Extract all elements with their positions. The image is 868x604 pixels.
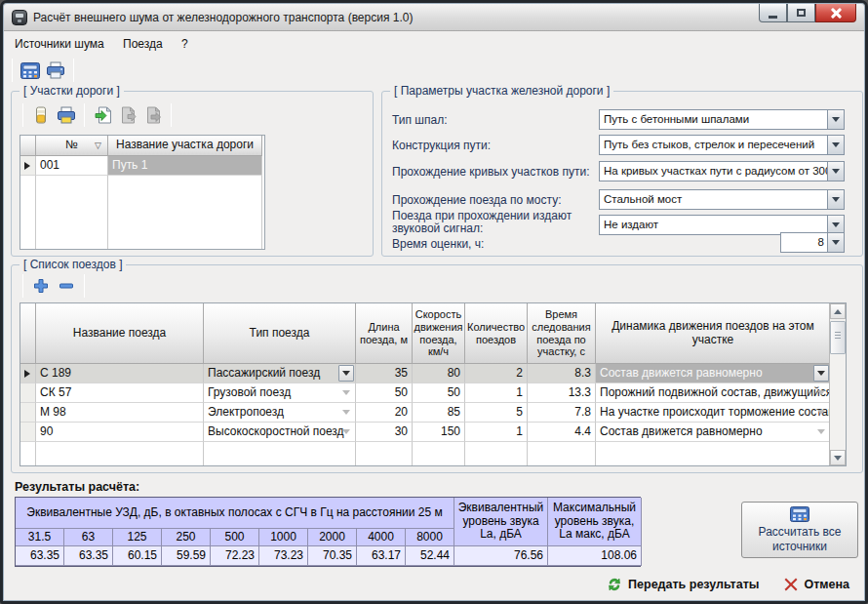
chevron-down-icon[interactable]: [338, 365, 354, 382]
road-row-num[interactable]: 001: [36, 156, 108, 176]
train-name-cell[interactable]: 90: [36, 423, 204, 442]
transfer-results-button[interactable]: Передать результаты: [607, 577, 759, 592]
chevron-down-icon[interactable]: [813, 365, 829, 382]
scrollbar-thumb[interactable]: [830, 321, 846, 354]
road-row[interactable]: 001 Путь 1: [20, 156, 264, 176]
train-type-cell[interactable]: Высокоскоростной поезд: [204, 423, 356, 442]
results-heading: Результаты расчёта:: [15, 480, 139, 494]
menu-trains[interactable]: Поезда: [115, 34, 171, 54]
bridge-select[interactable]: Стальной мост: [599, 189, 845, 210]
chevron-down-icon[interactable]: [813, 384, 829, 401]
trains-header-type[interactable]: Тип поезда: [204, 303, 356, 364]
train-time-cell[interactable]: 8.3: [528, 364, 596, 383]
row-marker: [20, 423, 36, 442]
print-icon[interactable]: [43, 59, 68, 82]
scroll-up-icon[interactable]: [830, 303, 846, 319]
export-section-icon[interactable]: [140, 103, 166, 127]
train-row[interactable]: 90 Высокоскоростной поезд 30 150 1 4.4 С…: [20, 423, 846, 442]
chevron-down-icon[interactable]: [827, 136, 844, 154]
cancel-button[interactable]: Отмена: [784, 578, 849, 591]
close-button[interactable]: [815, 4, 856, 22]
title-bar[interactable]: Расчёт внешнего шума от железнодорожного…: [4, 4, 864, 31]
maximize-button[interactable]: [787, 4, 815, 22]
chevron-down-icon[interactable]: [338, 404, 354, 421]
road-row-name[interactable]: Путь 1: [108, 156, 262, 176]
trains-grid-scrollbar[interactable]: [829, 303, 846, 465]
freq-header: 500: [211, 529, 259, 546]
train-time-cell[interactable]: 4.4: [528, 423, 596, 442]
train-time-cell[interactable]: 7.8: [528, 403, 596, 423]
evaluation-time-select[interactable]: 8: [780, 232, 845, 253]
train-length-cell[interactable]: 50: [356, 383, 413, 403]
train-name-cell[interactable]: СК 57: [36, 383, 204, 403]
train-length-cell[interactable]: 30: [356, 423, 413, 442]
menu-help[interactable]: ?: [174, 34, 196, 54]
chevron-down-icon[interactable]: [813, 423, 829, 440]
trains-header-length[interactable]: Длина поезда, м: [356, 303, 413, 364]
train-dynamics-cell[interactable]: На участке происходит торможение состава: [596, 403, 831, 423]
train-dynamics-cell[interactable]: Состав движется равномерно: [596, 423, 831, 442]
chevron-down-icon[interactable]: [827, 110, 844, 129]
train-row[interactable]: СК 57 Грузовой поезд 50 50 1 13.3 Порожн…: [20, 383, 846, 403]
calculate-icon[interactable]: [18, 59, 43, 82]
scroll-down-icon[interactable]: [830, 450, 846, 465]
bridge-label: Прохождение поезда по мосту:: [392, 194, 562, 207]
sleeper-type-select[interactable]: Путь с бетонными шпалами: [599, 109, 845, 130]
train-type-cell[interactable]: Пассажирский поезд: [204, 364, 356, 383]
train-type-value: Пассажирский поезд: [208, 366, 320, 380]
train-speed-cell[interactable]: 150: [413, 423, 465, 442]
curved-track-value: На кривых участках пути с радиусом от 30…: [604, 165, 845, 177]
uzd-value: 52.44: [406, 546, 454, 566]
trains-header-dynamics[interactable]: Динамика движения поездов на этом участк…: [596, 303, 831, 364]
train-dynamics-cell[interactable]: Состав движется равномерно: [596, 364, 831, 383]
train-count-cell[interactable]: 1: [465, 383, 528, 403]
trains-header-count[interactable]: Количество поездов: [465, 303, 528, 364]
menu-noise-sources[interactable]: Источники шума: [7, 34, 112, 54]
train-count-cell[interactable]: 2: [465, 364, 528, 383]
road-header-name[interactable]: Название участка дороги: [108, 136, 262, 156]
train-speed-cell[interactable]: 50: [413, 383, 465, 403]
uzd-value: 63.35: [16, 546, 64, 566]
chevron-down-icon[interactable]: [827, 233, 844, 252]
train-length-cell[interactable]: 20: [356, 403, 413, 423]
calculate-all-button[interactable]: Рассчитать все источники: [741, 502, 858, 558]
train-row[interactable]: C 189 Пассажирский поезд 35 80 2 8.3 Сос…: [20, 364, 846, 383]
train-speed-cell[interactable]: 80: [413, 364, 465, 383]
chevron-down-icon[interactable]: [338, 423, 354, 440]
archive-icon[interactable]: [28, 103, 54, 127]
chevron-down-icon[interactable]: [827, 190, 844, 209]
train-count-cell[interactable]: 1: [465, 423, 528, 442]
sleeper-type-value: Путь с бетонными шпалами: [604, 113, 749, 125]
train-row[interactable]: М 98 Электропоезд 20 85 5 7.8 На участке…: [20, 403, 846, 423]
copy-section-icon[interactable]: [115, 103, 140, 127]
train-name-cell[interactable]: C 189: [36, 364, 204, 383]
train-type-cell[interactable]: Электропоезд: [204, 403, 356, 423]
track-construction-select[interactable]: Путь без стыков, стрелок и пересечений: [599, 135, 845, 155]
train-speed-cell[interactable]: 85: [413, 403, 465, 423]
chevron-down-icon[interactable]: [827, 162, 844, 181]
chevron-down-icon[interactable]: [338, 384, 354, 401]
train-length-cell[interactable]: 35: [356, 364, 413, 383]
train-type-cell[interactable]: Грузовой поезд: [204, 383, 356, 403]
train-dynamics-cell[interactable]: Порожний подвижной состав, движущийся с: [596, 383, 831, 403]
remove-train-icon[interactable]: [54, 274, 79, 298]
print-section-icon[interactable]: [54, 103, 79, 127]
trains-header-time[interactable]: Время следования поезда по участку, с: [528, 303, 596, 364]
trains-header-speed[interactable]: Скорость движения поезда, км/ч: [413, 303, 465, 364]
road-header-num[interactable]: № ▽: [36, 136, 108, 156]
train-time-cell[interactable]: 13.3: [528, 383, 596, 403]
road-grid-empty: [20, 176, 264, 249]
add-train-icon[interactable]: [28, 274, 54, 298]
train-count-cell[interactable]: 5: [465, 403, 528, 423]
empty-cell: [20, 442, 36, 465]
curved-track-select[interactable]: На кривых участках пути с радиусом от 30…: [599, 161, 845, 181]
train-name-cell[interactable]: М 98: [36, 403, 204, 423]
track-construction-label: Конструкция пути:: [392, 140, 491, 152]
trains-group-title: [ Список поездов ]: [20, 258, 126, 271]
app-icon: [12, 10, 27, 25]
import-section-icon[interactable]: [90, 103, 115, 127]
minimize-button[interactable]: [759, 4, 787, 22]
chevron-down-icon[interactable]: [813, 404, 829, 421]
trains-header-name[interactable]: Название поезда: [36, 303, 204, 364]
road-sections-toolbar: [18, 101, 177, 129]
